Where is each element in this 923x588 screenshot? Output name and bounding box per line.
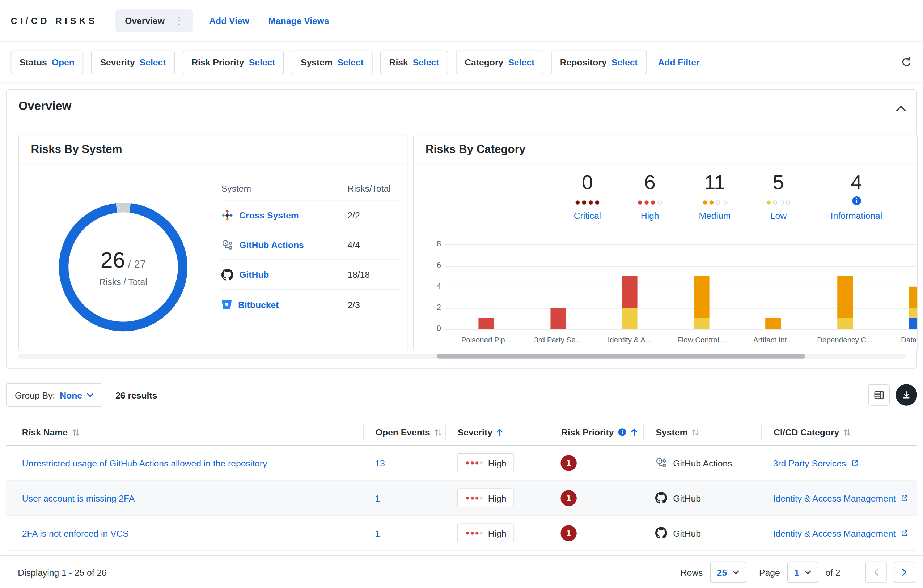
filter-value[interactable]: Select: [611, 57, 638, 67]
github-actions-icon: [222, 239, 233, 251]
filter-value[interactable]: Select: [249, 57, 275, 67]
risk-name-link[interactable]: Unrestricted usage of GitHub Actions all…: [22, 458, 267, 468]
filter-value[interactable]: Select: [140, 57, 166, 67]
informational-label[interactable]: Informational: [815, 210, 898, 221]
bar-column[interactable]: Flow Control...: [665, 276, 737, 329]
sort-both-icon[interactable]: [692, 428, 700, 436]
bar-column[interactable]: Dependency C...: [809, 276, 881, 329]
low-label[interactable]: Low: [746, 210, 811, 221]
bar-segment-high[interactable]: [622, 276, 637, 308]
y-tick-label: 8: [422, 239, 441, 248]
bar-segment-medium[interactable]: [909, 287, 918, 308]
chevron-down-icon: [87, 393, 94, 397]
category-link[interactable]: 3rd Party Services: [773, 458, 859, 468]
bar-segment-medium[interactable]: [694, 276, 709, 319]
critical-count: 0: [555, 171, 620, 194]
bar-segment-high[interactable]: [478, 318, 494, 329]
kebab-icon[interactable]: ⋮: [171, 14, 188, 27]
bar-column[interactable]: 3rd Party Se...: [522, 308, 594, 329]
filter-chip-status[interactable]: Status Open: [11, 50, 84, 74]
severity-dot: [466, 532, 468, 534]
critical-label[interactable]: Critical: [555, 210, 620, 221]
donut-risks-value: 26: [100, 248, 125, 273]
risk-name-link[interactable]: 2FA is not enforced in VCS: [22, 528, 129, 538]
next-page-button[interactable]: [894, 562, 915, 583]
risk-name-link[interactable]: User account is missing 2FA: [22, 493, 135, 503]
y-tick-label: 4: [422, 281, 441, 290]
page-select[interactable]: 1: [787, 562, 818, 583]
filter-value[interactable]: Select: [413, 57, 439, 67]
info-icon[interactable]: [618, 428, 627, 437]
filter-chip-severity[interactable]: Severity Select: [91, 50, 175, 74]
severity-dot: [576, 200, 580, 204]
filter-chip-category[interactable]: Category Select: [456, 50, 544, 74]
summary-high: 6 High: [617, 171, 683, 221]
open-events-link[interactable]: 1: [375, 528, 380, 538]
rows-per-page-select[interactable]: 25: [710, 562, 746, 583]
previous-page-button[interactable]: [866, 562, 887, 583]
bar-segment-low[interactable]: [622, 308, 637, 329]
bar-column[interactable]: Artifact Int...: [737, 318, 809, 329]
system-link[interactable]: GitHub Actions: [222, 239, 348, 251]
gridline: [445, 329, 917, 330]
horizontal-scrollbar-thumb[interactable]: [437, 354, 805, 359]
column-header-open-events[interactable]: Open Events: [363, 424, 445, 440]
chevron-up-icon: [896, 105, 906, 111]
bar-segment-high[interactable]: [550, 308, 566, 329]
filter-value[interactable]: Open: [52, 57, 74, 67]
bar-column[interactable]: Identity & A...: [594, 276, 666, 329]
medium-label[interactable]: Medium: [682, 210, 747, 221]
tab-overview[interactable]: Overview ⋮: [115, 9, 192, 32]
bar-segment-low[interactable]: [909, 308, 918, 318]
collapse-panel-button[interactable]: [896, 103, 906, 114]
open-events-link[interactable]: 1: [375, 493, 380, 503]
sort-up-icon[interactable]: [631, 428, 637, 436]
export-button[interactable]: [895, 385, 917, 406]
column-header-cicd-category[interactable]: CI/CD Category: [761, 424, 917, 440]
sort-both-icon[interactable]: [843, 428, 851, 436]
filter-chip-repository[interactable]: Repository Select: [551, 50, 647, 74]
chevron-left-icon: [873, 568, 879, 577]
column-header-severity[interactable]: Severity: [445, 424, 549, 440]
filter-value[interactable]: Select: [337, 57, 364, 67]
filter-label: System: [301, 57, 332, 67]
column-header-system[interactable]: System: [643, 424, 761, 440]
manage-views-link[interactable]: Manage Views: [268, 16, 329, 26]
risks-donut-chart: 26 / 27 Risks / Total: [55, 198, 191, 335]
filter-value[interactable]: Select: [508, 57, 534, 67]
column-header-risk-name[interactable]: Risk Name: [6, 424, 363, 440]
add-filter-button[interactable]: Add Filter: [658, 57, 700, 67]
bar-column[interactable]: Poisoned Pip...: [450, 318, 522, 329]
system-link[interactable]: Cross System: [222, 209, 348, 221]
manage-columns-button[interactable]: [868, 385, 890, 406]
bar-segment-medium[interactable]: [765, 318, 781, 329]
risk-table: Risk Name Open Events Severity Risk Prio…: [6, 419, 917, 551]
category-bar-chart: 02468 Poisoned Pip...3rd Party Se...Iden…: [445, 244, 917, 329]
bar-segment-low[interactable]: [694, 318, 709, 329]
category-link[interactable]: Identity & Access Management: [773, 493, 908, 503]
category-link[interactable]: Identity & Access Management: [773, 528, 908, 538]
column-header-risk-priority[interactable]: Risk Priority: [549, 424, 644, 440]
system-link[interactable]: GitHub: [222, 269, 348, 281]
high-label[interactable]: High: [617, 210, 683, 221]
open-events-link[interactable]: 13: [375, 458, 384, 468]
filter-chip-risk[interactable]: Risk Select: [380, 50, 448, 74]
category-label: Identity & Access Management: [773, 528, 896, 538]
filter-chip-system[interactable]: System Select: [292, 50, 373, 74]
reset-filters-button[interactable]: [900, 56, 913, 68]
bar-column[interactable]: Data Pr...: [880, 287, 918, 329]
group-by-dropdown[interactable]: Group By: None: [6, 383, 102, 407]
sort-both-icon[interactable]: [72, 428, 80, 436]
system-row-bitbucket: Bitbucket 2/3: [222, 290, 400, 319]
sort-up-icon[interactable]: [496, 428, 503, 436]
add-view-link[interactable]: Add View: [209, 16, 249, 26]
bar-segment-medium[interactable]: [837, 276, 852, 319]
system-cell: GitHub: [655, 492, 701, 504]
bar-segment-informational[interactable]: [909, 318, 918, 329]
horizontal-scrollbar-track[interactable]: [18, 354, 906, 359]
bar-segment-low[interactable]: [837, 318, 852, 329]
x-axis-label: Artifact Int...: [731, 336, 815, 344]
filter-chip-risk-priority[interactable]: Risk Priority Select: [183, 50, 284, 74]
system-link[interactable]: Bitbucket: [222, 299, 348, 310]
sort-both-icon[interactable]: [434, 428, 442, 436]
